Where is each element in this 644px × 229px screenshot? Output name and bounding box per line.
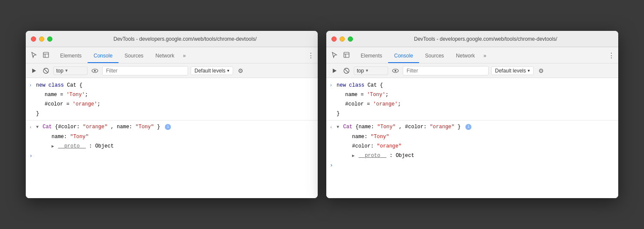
prop-color-value-right: #color: "orange" bbox=[337, 142, 615, 150]
console-prompt-left[interactable]: › bbox=[26, 151, 318, 161]
default-levels-label-left: Default levels bbox=[194, 68, 225, 74]
prop-color-right: #color: "orange" bbox=[326, 142, 618, 151]
minimize-button-left[interactable] bbox=[39, 36, 44, 42]
expand-proto-left[interactable]: ▶ bbox=[52, 144, 54, 149]
prop-tony-left: "Tony" bbox=[70, 134, 88, 140]
maximize-button-left[interactable] bbox=[47, 36, 52, 42]
default-levels-label-right: Default levels bbox=[495, 68, 526, 74]
traffic-lights-left bbox=[31, 36, 52, 42]
tab-bar-icons-right bbox=[330, 50, 351, 63]
tab-console-left[interactable]: Console bbox=[88, 49, 118, 63]
tab-bar-right: Elements Console Sources Network » ⋮ bbox=[326, 47, 618, 63]
svg-point-15 bbox=[395, 70, 396, 72]
console-content-right: › new class Cat { name = 'Tony'; #color … bbox=[326, 78, 618, 198]
expand-cat-right[interactable]: ▼ bbox=[337, 125, 339, 130]
class-name-left: Cat { bbox=[67, 82, 82, 88]
run-icon-right[interactable] bbox=[330, 66, 339, 75]
svg-marker-3 bbox=[32, 69, 36, 73]
filter-input-right[interactable] bbox=[403, 66, 489, 75]
arrow-right-icon-right: › bbox=[330, 82, 337, 89]
str-tony-1-left: 'Tony' bbox=[66, 92, 85, 98]
console-name-line-left: name = 'Tony'; bbox=[26, 90, 318, 99]
console-input-left: › new class Cat { bbox=[26, 81, 318, 90]
class-cat-label-right: Cat bbox=[343, 124, 355, 130]
console-color-line-left: #color = 'orange'; bbox=[26, 99, 318, 109]
close-button-right[interactable] bbox=[331, 36, 337, 42]
str-orange-1-right: 'orange' bbox=[373, 101, 398, 107]
code-close-brace-left: } bbox=[36, 110, 314, 118]
close-button-left[interactable] bbox=[31, 36, 36, 42]
inspect-icon-right[interactable] bbox=[342, 50, 351, 60]
default-levels-right[interactable]: Default levels ▾ bbox=[491, 66, 534, 75]
cursor-icon[interactable] bbox=[29, 50, 39, 60]
console-close-right: } bbox=[326, 109, 618, 118]
default-levels-left[interactable]: Default levels ▾ bbox=[191, 66, 233, 75]
context-value-left: top bbox=[56, 68, 64, 74]
console-toolbar-left: top ▾ Default levels ▾ ⚙ bbox=[26, 63, 318, 78]
tab-console-right[interactable]: Console bbox=[388, 49, 419, 63]
tab-elements-right[interactable]: Elements bbox=[355, 49, 388, 63]
divider-right bbox=[326, 120, 618, 121]
minimize-button-right[interactable] bbox=[340, 36, 345, 42]
tab-network-left[interactable]: Network bbox=[149, 49, 180, 63]
inspect-icon[interactable] bbox=[41, 50, 51, 60]
clear-icon-left[interactable] bbox=[41, 66, 51, 75]
console-color-line-right: #color = 'orange'; bbox=[326, 99, 618, 109]
arrow-left-icon-left: ‹ bbox=[29, 124, 36, 131]
code-color-right: #color = 'orange'; bbox=[337, 100, 615, 108]
tab-elements-left[interactable]: Elements bbox=[54, 49, 88, 63]
clear-icon-right[interactable] bbox=[342, 66, 351, 75]
class-name-right: Cat { bbox=[368, 82, 383, 88]
proto-left: ▶ __proto__ : Object bbox=[36, 142, 314, 150]
eye-icon-right[interactable] bbox=[391, 66, 400, 75]
arrow-right-icon-left: › bbox=[29, 82, 36, 89]
code-name-right: name = 'Tony'; bbox=[337, 91, 615, 99]
tab-sources-right[interactable]: Sources bbox=[419, 49, 450, 63]
prop-tony-right: "Tony" bbox=[371, 134, 389, 140]
window-title-right: DevTools - developers.google.com/web/too… bbox=[358, 36, 613, 42]
val-orange-left: "orange" bbox=[83, 124, 108, 130]
class-cat-label-left: Cat bbox=[43, 124, 55, 130]
console-name-line-right: name = 'Tony'; bbox=[326, 90, 618, 99]
tab-more-left[interactable]: » bbox=[180, 49, 188, 63]
tab-more-right[interactable]: » bbox=[481, 49, 489, 63]
gear-icon-left[interactable]: ⚙ bbox=[236, 66, 245, 75]
context-value-right: top bbox=[357, 68, 364, 74]
traffic-lights-right bbox=[331, 36, 353, 42]
title-bar-left: DevTools - developers.google.com/web/too… bbox=[26, 31, 318, 47]
eye-icon-left[interactable] bbox=[90, 66, 100, 75]
gear-icon-right[interactable]: ⚙ bbox=[536, 66, 546, 75]
prop-name-value-right: name: "Tony" bbox=[337, 133, 615, 141]
expand-proto-right[interactable]: ▶ bbox=[352, 154, 355, 158]
chevron-down-levels-right: ▾ bbox=[528, 68, 530, 73]
run-icon-left[interactable] bbox=[29, 66, 39, 75]
context-selector-right[interactable]: top ▾ bbox=[354, 66, 388, 75]
kw-new-right: new class bbox=[337, 82, 368, 88]
val-tony-left: "Tony" bbox=[135, 124, 154, 130]
cursor-icon-right[interactable] bbox=[330, 50, 339, 60]
svg-marker-11 bbox=[333, 69, 337, 73]
more-vert-left[interactable]: ⋮ bbox=[307, 51, 314, 63]
val-orange-right: "orange" bbox=[430, 124, 455, 130]
filter-input-left[interactable] bbox=[102, 66, 188, 75]
proto-line-right: ▶ __proto__ : Object bbox=[326, 151, 618, 160]
console-input-right: › new class Cat { bbox=[326, 81, 618, 90]
maximize-button-right[interactable] bbox=[348, 36, 353, 42]
console-toolbar-right: top ▾ Default levels ▾ ⚙ bbox=[326, 63, 618, 78]
arrow-left-icon-right: ‹ bbox=[330, 124, 337, 131]
code-color-left: #color = 'orange'; bbox=[36, 100, 314, 108]
more-vert-right[interactable]: ⋮ bbox=[608, 51, 615, 63]
console-prompt-right[interactable]: › bbox=[326, 160, 618, 170]
title-bar-right: DevTools - developers.google.com/web/too… bbox=[326, 31, 618, 47]
chevron-down-icon-right: ▾ bbox=[366, 68, 368, 73]
tab-network-right[interactable]: Network bbox=[450, 49, 481, 63]
expand-cat-left[interactable]: ▼ bbox=[36, 125, 39, 130]
info-badge-left: i bbox=[165, 124, 171, 130]
kw-new-left: new class bbox=[36, 82, 67, 88]
str-orange-1-left: 'orange' bbox=[73, 101, 97, 107]
proto-label-right: __proto__ bbox=[358, 153, 386, 159]
context-selector-left[interactable]: top ▾ bbox=[53, 66, 88, 75]
code-class-cat-right: new class Cat { bbox=[337, 81, 615, 89]
tab-sources-left[interactable]: Sources bbox=[118, 49, 149, 63]
info-badge-right: i bbox=[465, 124, 471, 130]
